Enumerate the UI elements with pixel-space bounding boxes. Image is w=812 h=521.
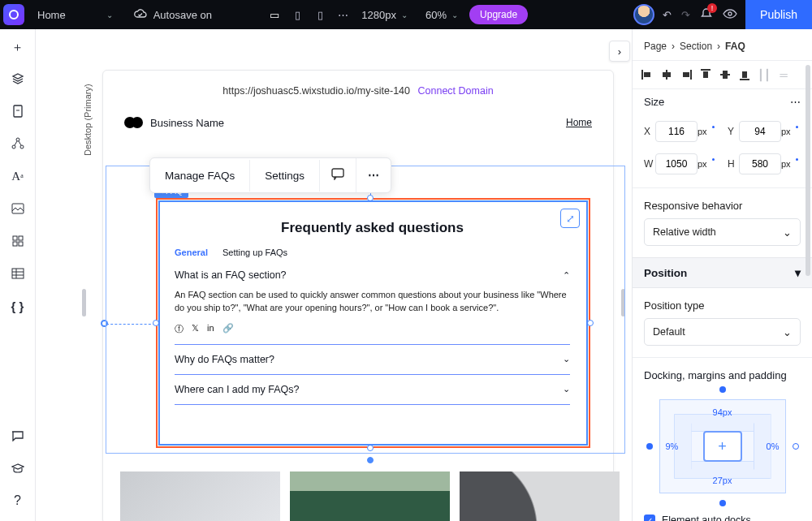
notifications-button[interactable]: !: [700, 7, 713, 23]
crumb-faq[interactable]: FAQ: [725, 41, 745, 52]
notification-badge: !: [707, 3, 717, 13]
typography-icon[interactable]: Aa: [11, 169, 25, 183]
publish-button[interactable]: Publish: [745, 0, 812, 29]
crumb-section[interactable]: Section: [680, 41, 712, 52]
mobile-icon[interactable]: ▯: [313, 9, 327, 21]
dock-pin-right[interactable]: [793, 443, 799, 450]
dock-bottom-value[interactable]: 27px: [713, 476, 732, 485]
y-unit[interactable]: px: [781, 127, 801, 136]
chevron-down-icon: ⌄: [563, 354, 570, 364]
data-icon[interactable]: [11, 266, 25, 281]
undo-icon[interactable]: ↶: [663, 9, 672, 21]
redo-icon[interactable]: ↷: [681, 9, 690, 21]
chevron-right-icon: ›: [717, 41, 720, 52]
avatar[interactable]: [633, 4, 654, 25]
responsive-label: Responsive behavior: [633, 188, 812, 218]
align-center-h-icon[interactable]: [660, 69, 673, 80]
expand-icon[interactable]: ⤢: [560, 209, 580, 228]
comment-icon[interactable]: [320, 158, 356, 192]
h-input[interactable]: [739, 153, 781, 174]
h-unit[interactable]: px: [781, 159, 801, 169]
docking-control[interactable]: + 94px 27px 9% 0%: [650, 390, 796, 503]
learn-icon[interactable]: [11, 461, 25, 476]
faq-tab-general[interactable]: General: [175, 248, 208, 257]
resize-handle-left[interactable]: [82, 289, 86, 316]
zoom-level[interactable]: 60%: [425, 9, 447, 21]
align-top-icon[interactable]: [699, 69, 712, 80]
gallery-image[interactable]: [460, 471, 620, 521]
link-icon[interactable]: 🔗: [222, 323, 234, 335]
checkbox-checked-icon[interactable]: ✓: [644, 515, 655, 521]
manage-faqs-button[interactable]: Manage FAQs: [150, 160, 250, 192]
align-right-icon[interactable]: [680, 69, 693, 80]
apps-icon[interactable]: [11, 234, 25, 248]
settings-button[interactable]: Settings: [250, 160, 320, 192]
position-type-label: Position type: [633, 288, 812, 318]
w-input[interactable]: [655, 153, 698, 174]
scrollbar[interactable]: [806, 65, 810, 276]
image-icon[interactable]: [11, 201, 25, 216]
faq-item[interactable]: What is an FAQ section?⌃ An FAQ section …: [175, 260, 570, 345]
code-icon[interactable]: { }: [11, 299, 25, 313]
align-left-icon[interactable]: [641, 69, 654, 80]
dock-pin-left[interactable]: [646, 443, 653, 450]
linkedin-icon[interactable]: in: [207, 323, 214, 335]
auto-docks-label: Element auto docks: [662, 515, 751, 521]
w-unit[interactable]: px: [698, 159, 717, 169]
gallery-image[interactable]: [290, 471, 450, 521]
y-input[interactable]: [739, 121, 781, 142]
more-icon[interactable]: ⋯: [790, 96, 801, 108]
x-input[interactable]: [655, 121, 698, 142]
preview-icon[interactable]: [723, 9, 737, 21]
resize-handle[interactable]: [587, 320, 594, 326]
more-devices-icon[interactable]: ⋯: [335, 9, 350, 21]
position-type-value: Default: [653, 326, 685, 338]
collapse-panel-button[interactable]: ›: [609, 41, 630, 62]
viewport-width[interactable]: 1280px: [361, 9, 396, 21]
align-bottom-icon[interactable]: [738, 69, 751, 80]
x-unit[interactable]: px: [698, 127, 717, 136]
dock-left-value[interactable]: 9%: [666, 441, 679, 451]
autosave-toggle[interactable]: Autosave on: [134, 9, 212, 21]
chat-icon[interactable]: [11, 428, 25, 443]
faq-item[interactable]: Where can I add my FAQs?⌄: [175, 375, 570, 405]
page-dropdown[interactable]: Home ⌄: [31, 6, 119, 24]
dock-pin-top[interactable]: [719, 386, 726, 393]
resize-handle[interactable]: [367, 457, 374, 463]
upgrade-button[interactable]: Upgrade: [469, 5, 528, 24]
layers-icon[interactable]: [11, 71, 25, 86]
position-type-select[interactable]: Default ⌄: [644, 318, 801, 346]
connections-icon[interactable]: [11, 136, 25, 151]
chevron-down-icon: ⌄: [783, 326, 792, 338]
distribute-h-icon: ┃┃: [758, 69, 771, 80]
add-icon[interactable]: ＋: [11, 39, 25, 54]
tablet-icon[interactable]: ▯: [290, 9, 304, 21]
faq-tab-setup[interactable]: Setting up FAQs: [222, 248, 287, 257]
facebook-icon[interactable]: ⓕ: [175, 323, 184, 335]
business-logo-icon: [124, 116, 144, 129]
align-center-v-icon[interactable]: [719, 69, 732, 80]
dock-right-value[interactable]: 0%: [767, 441, 780, 451]
app-logo[interactable]: [3, 4, 24, 25]
alignment-toolbar: ┃┃ ═: [633, 60, 812, 89]
dock-top-value[interactable]: 94px: [713, 407, 732, 417]
chevron-down-icon: ⌄: [401, 11, 408, 19]
responsive-select[interactable]: Relative width ⌄: [644, 218, 801, 246]
help-icon[interactable]: ?: [11, 493, 25, 508]
x-icon[interactable]: 𝕏: [192, 323, 199, 335]
add-padding-button[interactable]: +: [703, 431, 742, 462]
crumb-page[interactable]: Page: [644, 41, 667, 52]
page-icon[interactable]: [11, 104, 25, 118]
business-name: Business Name: [150, 117, 224, 129]
desktop-icon[interactable]: ▭: [267, 9, 282, 21]
more-icon[interactable]: ⋯: [356, 159, 391, 192]
faq-widget[interactable]: ⤢ Frequently asked questions General Set…: [158, 200, 588, 446]
caret-down-icon[interactable]: ▾: [795, 266, 801, 279]
faq-item[interactable]: Why do FAQs matter?⌄: [175, 345, 570, 375]
resize-handle[interactable]: [367, 445, 374, 451]
gallery-image[interactable]: [120, 471, 280, 521]
connect-domain-link[interactable]: Connect Domain: [418, 85, 494, 97]
auto-docks-row[interactable]: ✓ Element auto docks: [633, 515, 812, 521]
nav-home-link[interactable]: Home: [566, 117, 592, 128]
dock-pin-bottom[interactable]: [719, 500, 726, 506]
